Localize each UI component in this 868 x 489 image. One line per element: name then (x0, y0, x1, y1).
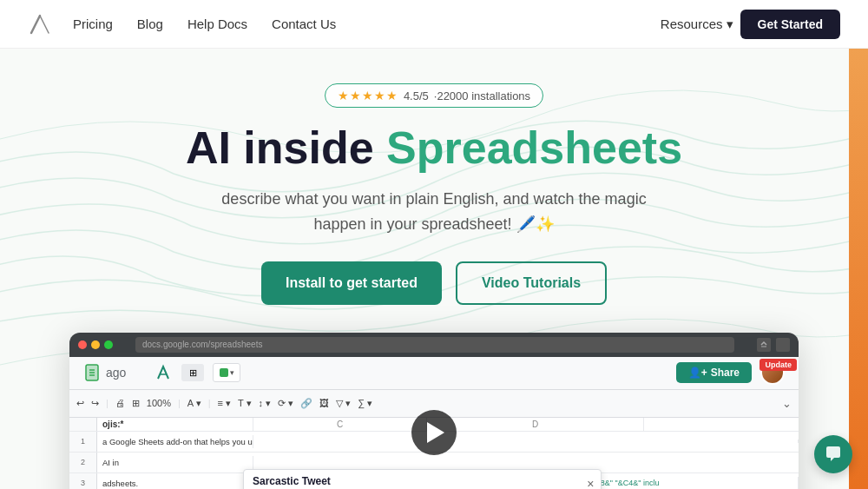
nav-links: Pricing Blog Help Docs Contact Us (73, 17, 661, 31)
nav-pricing[interactable]: Pricing (73, 17, 113, 31)
person-add-icon: 👤+ (688, 367, 707, 379)
window-minimize-icon[interactable] (91, 340, 100, 349)
chat-icon (824, 445, 843, 464)
nav-helpdocs[interactable]: Help Docs (187, 17, 247, 31)
toolbar-icon-2 (776, 338, 790, 352)
star-icons: ★★★★★ (338, 89, 398, 102)
print-icon[interactable]: 🖨 (115, 398, 125, 408)
url-bar: docs.google.com/spreadsheets (142, 340, 262, 349)
nav-contact[interactable]: Contact Us (272, 17, 336, 31)
nav-blog[interactable]: Blog (137, 17, 163, 31)
sheets-actions: ⊞ ▾ (154, 363, 240, 382)
play-icon (427, 422, 444, 443)
formula-icon[interactable]: ∑ ▾ (358, 398, 372, 409)
resources-button[interactable]: Resources ▾ (661, 17, 733, 32)
col-c-header: C (253, 418, 427, 431)
row1-col-b: a Google Sheets add-on that helps you un… (97, 435, 253, 448)
sheets-icon (83, 364, 101, 381)
row-number-0 (69, 418, 97, 431)
filter-icon[interactable]: ▽ ▾ (336, 398, 351, 409)
col-d-header: D (427, 418, 644, 431)
install-button[interactable]: Install to get started (261, 261, 442, 305)
emoji-cell: ojis:* (97, 418, 253, 431)
screenshot-preview: docs.google.com/spreadsheets ago (69, 333, 799, 489)
svg-line-1 (40, 16, 49, 33)
chat-bubble[interactable] (814, 435, 852, 473)
rating-installs: ·22000 installations (434, 89, 530, 102)
toolbar-icon-1 (757, 338, 771, 352)
row2-col-b: AI in (97, 456, 253, 469)
row1-col-c (253, 439, 427, 443)
play-button[interactable] (411, 410, 457, 455)
window-maximize-icon[interactable] (104, 340, 113, 349)
google-meet-icon: ▾ (213, 363, 240, 382)
close-icon[interactable]: × (587, 477, 594, 489)
autocomplete-popup: × Sarcastic Tweet ==SHEETAI( a sarcatic … (243, 469, 602, 489)
grid-icon: ⊞ (181, 364, 204, 381)
hero-buttons: Install to get started Video Tutorials (0, 261, 868, 305)
link-icon[interactable]: 🔗 (300, 398, 312, 409)
share-button[interactable]: 👤+ Share (676, 362, 752, 383)
zoom-control[interactable]: 100% (147, 398, 171, 408)
hero-subtitle: describe what you want in plain English,… (0, 187, 868, 237)
video-tutorials-button[interactable]: Video Tutorials (456, 261, 607, 305)
format-icon[interactable]: ≡ ▾ (218, 398, 231, 409)
sheetai-icon (154, 363, 173, 382)
sheets-header: ago ⊞ ▾ 👤+ Share (69, 357, 799, 390)
undo-icon[interactable]: ↩ (76, 398, 84, 409)
window-close-icon[interactable] (78, 340, 87, 349)
paint-format-icon[interactable]: ⊞ (132, 398, 140, 409)
sheets-logo-area: ago (83, 364, 126, 381)
autocomplete-title: Sarcastic Tweet (253, 475, 592, 487)
text-color-icon[interactable]: T ▾ (238, 398, 252, 409)
expand-icon[interactable]: ⌄ (782, 397, 792, 410)
rating-score: 4.5/5 (404, 89, 429, 102)
get-started-button[interactable]: Get Started (740, 10, 840, 39)
navbar-right: Resources ▾ Get Started (661, 10, 840, 39)
row3-col-b: adsheets. (97, 477, 253, 489)
image-icon[interactable]: 🖼 (319, 398, 329, 408)
row1-col-d (427, 439, 799, 443)
svg-line-0 (31, 16, 40, 33)
navbar: Pricing Blog Help Docs Contact Us Resour… (0, 0, 868, 49)
hero-title: AI inside Spreadsheets (0, 123, 868, 173)
row-1-num: 1 (69, 432, 97, 452)
file-name: ago (106, 366, 126, 380)
row-2-num: 2 (69, 453, 97, 472)
update-badge[interactable]: Update (760, 359, 797, 371)
hero-section: ★★★★★ 4.5/5 ·22000 installations AI insi… (0, 49, 868, 305)
hero-title-accent: Spreadsheets (386, 122, 682, 173)
chevron-down-icon: ▾ (727, 17, 733, 32)
wrap-icon[interactable]: ↕ ▾ (259, 398, 272, 409)
logo[interactable] (28, 12, 52, 36)
rotate-icon[interactable]: ⟳ ▾ (278, 398, 293, 409)
font-family[interactable]: A ▾ (187, 398, 201, 409)
row-3-num: 3 (69, 473, 97, 489)
rating-badge: ★★★★★ 4.5/5 ·22000 installations (325, 83, 543, 108)
redo-icon[interactable]: ↪ (91, 398, 99, 409)
hero-title-plain: AI inside (186, 122, 386, 173)
